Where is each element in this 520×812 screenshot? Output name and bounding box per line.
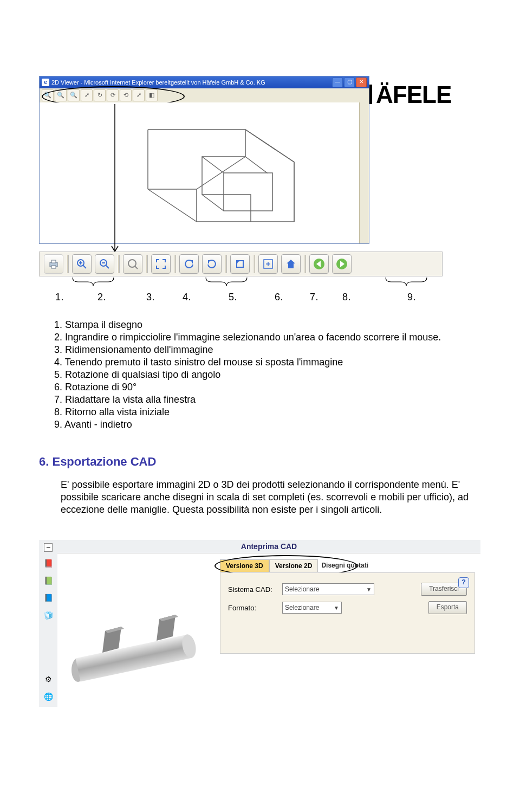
select-value: Selezionare	[285, 585, 319, 593]
zoom-in-icon[interactable]	[72, 254, 92, 274]
toolbar-legend-list: 1. Stampa il disegno 2. Ingrandire o rim…	[39, 319, 481, 431]
label-2: 2.	[98, 292, 106, 303]
svg-rect-31	[75, 635, 192, 682]
rotate90-icon[interactable]	[230, 254, 250, 274]
svg-point-19	[128, 260, 136, 267]
list-item: 3. Ridimensionamento dell'immagine	[54, 344, 481, 356]
rotate-cw-icon[interactable]	[202, 254, 222, 274]
viewer-window-screenshot: e 2D Viewer - Microsoft Internet Explore…	[39, 76, 369, 244]
chevron-down-icon: ▼	[366, 587, 372, 592]
toolbar-number-labels: 1. 2. 3. 4. 5. 6. 7. 8. 9.	[39, 288, 483, 307]
section-heading: 6. Esportazione CAD	[39, 455, 481, 469]
label-6: 6.	[275, 292, 283, 303]
list-item: 2. Ingrandire o rimpicciolire l'immagine…	[54, 331, 481, 344]
rotate-ccw-icon[interactable]	[179, 254, 199, 274]
zoom-area-icon[interactable]	[123, 254, 142, 274]
cad-export-panel: ? Sistema CAD: Selezionare ▼ Trasferisci…	[220, 572, 475, 654]
label-3: 3.	[146, 292, 155, 303]
list-item: 7. Riadattare la vista alla finestra	[54, 394, 481, 406]
window-title: 2D Viewer - Microsoft Internet Explorer …	[51, 79, 265, 86]
back-icon[interactable]	[309, 254, 329, 274]
print-icon[interactable]	[44, 254, 63, 274]
book-icon[interactable]: 📕	[42, 557, 54, 569]
scrollbar[interactable]	[359, 102, 369, 243]
svg-line-20	[135, 266, 138, 269]
label-1: 1.	[55, 292, 64, 303]
list-item: 5. Rotazione di qualsiasi tipo di angolo	[54, 369, 481, 381]
select-sistema-cad[interactable]: Selezionare ▼	[282, 583, 374, 595]
globe-icon[interactable]: 🌐	[42, 691, 54, 703]
svg-rect-10	[51, 260, 56, 263]
fit-view-icon[interactable]	[258, 254, 278, 274]
svg-line-13	[83, 265, 86, 268]
fit-icon[interactable]	[151, 254, 171, 274]
help-icon[interactable]: ?	[458, 577, 469, 588]
svg-rect-11	[51, 266, 56, 268]
cad-sidebar: − 📕 📗 📘 🧊 ⚙ 🌐	[39, 540, 58, 707]
list-item: 9. Avanti - indietro	[54, 418, 481, 431]
minimize-button[interactable]: —	[332, 78, 343, 87]
cad-section-title: Anteprima CAD	[57, 540, 480, 553]
toolbar-strip-screenshot	[39, 252, 443, 276]
collapse-icon[interactable]: −	[44, 543, 53, 552]
cube-icon[interactable]: 🧊	[42, 609, 54, 621]
list-item: 1. Stampa il disegno	[54, 319, 481, 331]
select-value: Selezionare	[285, 604, 319, 611]
book2-icon[interactable]: 📗	[42, 575, 54, 587]
app-icon: e	[42, 79, 49, 86]
zoom-out-icon[interactable]	[95, 254, 114, 274]
svg-text:ÄFELE: ÄFELE	[376, 81, 451, 107]
label-8: 8.	[342, 292, 351, 303]
label-formato: Formato:	[228, 604, 277, 612]
list-item: 4. Tenendo premuto il tasto sinistro del…	[54, 356, 481, 369]
svg-line-17	[106, 265, 109, 268]
svg-marker-25	[287, 260, 295, 268]
toolbar-braces	[39, 276, 443, 288]
chevron-down-icon: ▼	[334, 605, 339, 611]
select-formato[interactable]: Selezionare ▼	[282, 602, 342, 614]
label-9: 9.	[407, 292, 416, 303]
close-button[interactable]: ✕	[356, 78, 367, 87]
cad-3d-render[interactable]	[62, 572, 213, 697]
esporta-button[interactable]: Esporta	[428, 601, 467, 614]
home-icon[interactable]	[281, 254, 301, 274]
gear-icon[interactable]: ⚙	[42, 673, 54, 685]
label-7: 7.	[310, 292, 318, 303]
section-paragraph: E' possibile esportare immagini 2D o 3D …	[39, 479, 481, 516]
maximize-button[interactable]: ▢	[344, 78, 355, 87]
list-item: 6. Rotazione di 90°	[54, 381, 481, 394]
forward-icon[interactable]	[332, 254, 352, 274]
viewer-canvas[interactable]	[40, 102, 359, 243]
callout-arrow	[109, 104, 120, 256]
label-sistema-cad: Sistema CAD:	[228, 585, 277, 594]
cad-preview-screenshot: − 📕 📗 📘 🧊 ⚙ 🌐 Anteprima CAD Versione 3D …	[39, 540, 480, 707]
label-4: 4.	[183, 292, 191, 303]
book3-icon[interactable]: 📘	[42, 592, 54, 604]
list-item: 8. Ritorno alla vista iniziale	[54, 406, 481, 418]
label-5: 5.	[229, 292, 237, 303]
